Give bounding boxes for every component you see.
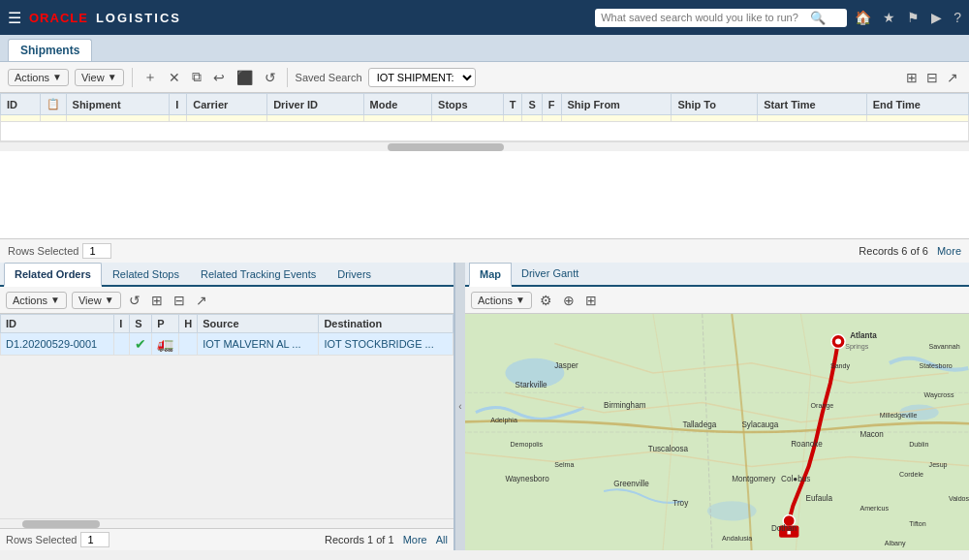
left-detail-button[interactable]: ⊟ bbox=[171, 292, 188, 309]
inner-all-link[interactable]: All bbox=[436, 534, 448, 545]
table-row[interactable] bbox=[1, 122, 969, 141]
source-link[interactable]: IOT MALVERN AL ... bbox=[203, 338, 300, 350]
play-icon[interactable]: ▶ bbox=[931, 10, 942, 25]
map-fit-button[interactable]: ⊕ bbox=[560, 292, 578, 309]
global-search-input[interactable] bbox=[601, 12, 804, 23]
inner-more-link[interactable]: More bbox=[403, 534, 427, 545]
svg-text:Statesboro: Statesboro bbox=[919, 362, 952, 370]
svg-point-8 bbox=[835, 338, 841, 344]
col-id[interactable]: ID bbox=[1, 94, 41, 115]
more-link[interactable]: More bbox=[937, 245, 961, 257]
flag-icon[interactable]: ⚑ bbox=[907, 10, 920, 25]
table-row[interactable] bbox=[1, 115, 969, 122]
destination-link[interactable]: IOT STOCKBRIDGE ... bbox=[324, 338, 433, 350]
map-tab-bar: Map Driver Gantt bbox=[465, 263, 969, 287]
truck-icon: 🚛 bbox=[157, 336, 173, 352]
grid-view-button[interactable]: ⊞ bbox=[903, 69, 921, 86]
tab-drivers[interactable]: Drivers bbox=[327, 263, 382, 285]
col-s[interactable]: S bbox=[522, 94, 542, 115]
export-button[interactable]: ↗ bbox=[944, 69, 961, 86]
scroll-thumb[interactable] bbox=[388, 143, 504, 151]
left-scroll-thumb[interactable] bbox=[22, 520, 100, 528]
left-grid-button[interactable]: ⊞ bbox=[148, 292, 166, 309]
col-ship-to[interactable]: Ship To bbox=[672, 94, 758, 115]
map-layers-button[interactable]: ⚙ bbox=[537, 292, 555, 309]
saved-search-select[interactable]: IOT SHIPMENT: bbox=[368, 68, 476, 87]
col-stops[interactable]: Stops bbox=[432, 94, 504, 115]
inner-col-id[interactable]: ID bbox=[1, 315, 114, 333]
svg-text:Selma: Selma bbox=[554, 461, 574, 469]
home-icon[interactable]: 🏠 bbox=[855, 10, 871, 25]
col-ship-from[interactable]: Ship From bbox=[561, 94, 672, 115]
svg-text:Atlanta: Atlanta bbox=[850, 331, 877, 340]
help-icon[interactable]: ? bbox=[953, 10, 961, 25]
tab-map[interactable]: Map bbox=[469, 263, 512, 287]
left-refresh-button[interactable]: ↺ bbox=[126, 292, 143, 309]
inner-col-p[interactable]: P bbox=[152, 315, 179, 333]
col-end-time[interactable]: End Time bbox=[866, 94, 968, 115]
inner-col-h[interactable]: H bbox=[179, 315, 198, 333]
svg-text:Sylacauga: Sylacauga bbox=[741, 420, 778, 429]
svg-text:Roanoke: Roanoke bbox=[791, 440, 823, 449]
svg-text:Valdosta: Valdosta bbox=[949, 495, 969, 503]
duplicate-button[interactable]: ⧉ bbox=[189, 68, 204, 86]
inner-col-destination[interactable]: Destination bbox=[319, 315, 453, 333]
svg-text:Cordele: Cordele bbox=[899, 471, 923, 479]
col-f[interactable]: F bbox=[542, 94, 561, 115]
toolbar-separator-2 bbox=[287, 68, 288, 87]
left-actions-arrow: ▼ bbox=[50, 295, 60, 305]
tab-related-tracking-events[interactable]: Related Tracking Events bbox=[190, 263, 327, 285]
nav-icons: 🏠 ★ ⚑ ▶ ? bbox=[855, 10, 961, 25]
bottom-area: Related Orders Related Stops Related Tra… bbox=[0, 263, 969, 550]
col-i[interactable]: I bbox=[170, 94, 187, 115]
global-search-bar[interactable]: 🔍 bbox=[595, 9, 847, 27]
tab-driver-gantt[interactable]: Driver Gantt bbox=[512, 263, 588, 285]
inner-rows-selected-label: Rows Selected bbox=[6, 534, 77, 545]
svg-text:Dothan: Dothan bbox=[771, 524, 797, 533]
inner-col-s[interactable]: S bbox=[130, 315, 152, 333]
panel-collapse-handle[interactable]: ‹ bbox=[455, 263, 465, 550]
redo-button[interactable]: ⬛ bbox=[234, 69, 256, 86]
col-icon: 📋 bbox=[40, 94, 66, 115]
refresh-button[interactable]: ↺ bbox=[262, 69, 279, 86]
actions-button[interactable]: Actions ▼ bbox=[8, 69, 69, 86]
col-start-time[interactable]: Start Time bbox=[758, 94, 867, 115]
left-view-button[interactable]: View ▼ bbox=[72, 292, 121, 309]
detail-view-button[interactable]: ⊟ bbox=[923, 69, 941, 86]
svg-text:Tuscaloosa: Tuscaloosa bbox=[648, 445, 689, 453]
left-export-button[interactable]: ↗ bbox=[193, 292, 210, 309]
map-export-button[interactable]: ⊞ bbox=[582, 292, 600, 309]
inner-cell-s: ✔ bbox=[130, 333, 152, 356]
col-carrier[interactable]: Carrier bbox=[187, 94, 267, 115]
star-icon[interactable]: ★ bbox=[883, 10, 895, 25]
order-id-link[interactable]: D1.20200529-0001 bbox=[6, 338, 97, 350]
svg-text:Springs: Springs bbox=[845, 343, 869, 351]
tab-related-stops[interactable]: Related Stops bbox=[102, 263, 190, 285]
svg-text:Starkville: Starkville bbox=[516, 381, 547, 389]
add-button[interactable]: ＋ bbox=[141, 68, 160, 87]
delete-button[interactable]: ✕ bbox=[166, 69, 183, 86]
hamburger-icon[interactable]: ☰ bbox=[8, 9, 21, 27]
left-actions-button[interactable]: Actions ▼ bbox=[6, 292, 67, 309]
view-button[interactable]: View ▼ bbox=[75, 69, 124, 86]
map-actions-arrow: ▼ bbox=[516, 295, 525, 305]
cell-start-time bbox=[758, 115, 867, 122]
map-actions-button[interactable]: Actions ▼ bbox=[471, 292, 532, 309]
inner-table-row[interactable]: D1.20200529-0001 ✔ 🚛 IOT MALVERN AL ... bbox=[1, 333, 453, 356]
top-navigation: ☰ ORACLE LOGISTICS 🔍 🏠 ★ ⚑ ▶ ? bbox=[0, 0, 969, 35]
inner-col-source[interactable]: Source bbox=[198, 315, 319, 333]
col-driver-id[interactable]: Driver ID bbox=[267, 94, 363, 115]
horizontal-scrollbar[interactable] bbox=[0, 141, 969, 151]
inner-col-i[interactable]: I bbox=[114, 315, 130, 333]
svg-text:Americus: Americus bbox=[860, 505, 889, 513]
shipments-tab[interactable]: Shipments bbox=[8, 39, 92, 61]
col-mode[interactable]: Mode bbox=[363, 94, 432, 115]
col-shipment[interactable]: Shipment bbox=[66, 94, 170, 115]
undo-button[interactable]: ↩ bbox=[210, 69, 228, 86]
tab-related-orders[interactable]: Related Orders bbox=[4, 263, 102, 287]
map-area[interactable]: ■ Atlanta Springs Birmingham Tuscaloosa … bbox=[465, 314, 969, 550]
col-t[interactable]: T bbox=[503, 94, 522, 115]
left-horizontal-scrollbar[interactable] bbox=[0, 518, 453, 528]
inner-cell-i bbox=[114, 333, 130, 356]
svg-text:Talladega: Talladega bbox=[682, 420, 716, 429]
